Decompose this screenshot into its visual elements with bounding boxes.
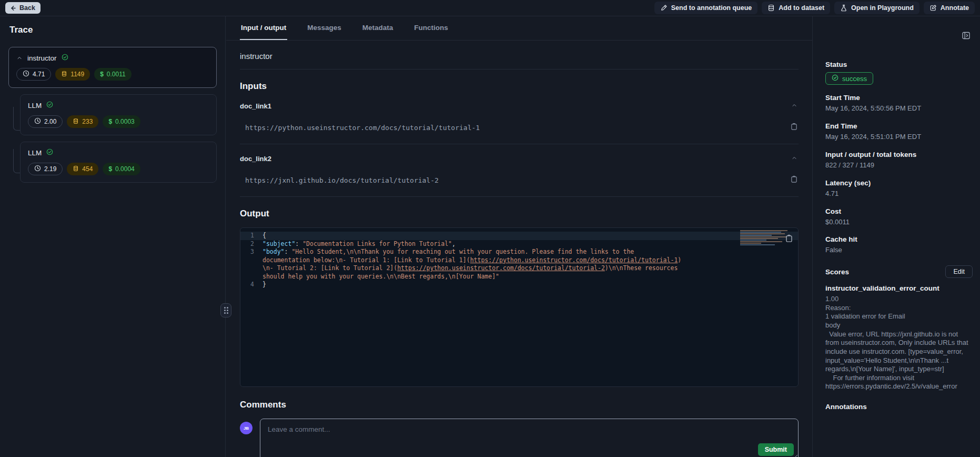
input-label: doc_link2	[240, 155, 271, 163]
input-value: https://jxnl.github.io/docs/tutorial/tut…	[240, 176, 439, 184]
top-bar: Back Send to annotation queueAdd to data…	[0, 0, 980, 16]
back-button[interactable]: Back	[5, 2, 41, 14]
clock-icon	[23, 70, 29, 78]
trace-node-llm-2[interactable]: LLM2.19454$0.0004	[20, 142, 217, 183]
main-panel: Input / outputMessagesMetadataFunctions …	[226, 16, 812, 457]
tab-metadata[interactable]: Metadata	[361, 16, 395, 40]
collapse-input-button[interactable]	[790, 154, 799, 164]
tab-input-output[interactable]: Input / output	[240, 16, 287, 40]
status-field: Status success	[825, 61, 973, 85]
score-reason-line: 1.00	[825, 295, 973, 304]
code-text: "subject": "Documentation Links for Pyth…	[262, 240, 690, 249]
line-number: 4	[240, 281, 262, 289]
details-panel: Status success Start TimeMay 16, 2024, 5…	[812, 16, 980, 457]
status-badge: success	[825, 72, 873, 85]
trace-sidebar: Trace instructor4.711149$0.0011LLM2.0023…	[0, 16, 226, 457]
arrow-left-icon	[9, 5, 16, 12]
comment-box: Submit	[260, 419, 799, 457]
code-text: {	[262, 232, 690, 240]
score-reason-line: For further information visit https://er…	[825, 374, 973, 391]
inputs-list: doc_link1https://python.useinstructor.co…	[240, 92, 799, 197]
tab-messages[interactable]: Messages	[306, 16, 342, 40]
line-number	[240, 256, 262, 265]
line-number	[240, 273, 262, 281]
edit-scores-button[interactable]: Edit	[945, 265, 973, 278]
pen-send-icon	[660, 4, 668, 12]
panel-right-icon	[962, 31, 971, 42]
database-icon	[767, 4, 775, 12]
action-button-annotate[interactable]: Annotate	[924, 2, 975, 14]
user-avatar: JB	[240, 422, 252, 434]
fields-list: Start TimeMay 16, 2024, 5:50:56 PM EDTEn…	[825, 94, 973, 255]
success-check-icon	[62, 54, 68, 62]
trace-node-instructor-0[interactable]: instructor4.711149$0.0011	[8, 47, 217, 88]
textarea-resize-handle[interactable]	[792, 454, 797, 457]
copy-input-button[interactable]	[790, 174, 799, 186]
tokens-badge: 233	[67, 115, 98, 128]
check-circle-icon	[832, 74, 838, 83]
scores-title: Scores	[825, 268, 849, 276]
detail-fields: Status success Start TimeMay 16, 2024, 5…	[825, 61, 973, 255]
output-heading: Output	[240, 208, 799, 219]
edit-icon	[930, 4, 937, 12]
line-number: 2	[240, 240, 262, 249]
main-content: instructor Inputs doc_link1https://pytho…	[226, 41, 812, 457]
collapse-caret-icon[interactable]	[16, 55, 23, 61]
tokens-db-icon	[73, 165, 79, 173]
top-bar-actions: Send to annotation queueAdd to datasetOp…	[654, 2, 975, 14]
code-line: 2"subject": "Documentation Links for Pyt…	[240, 240, 798, 249]
line-number: 1	[240, 232, 262, 240]
input-row-doc_link2: doc_link2https://jxnl.github.io/docs/tut…	[240, 144, 799, 197]
code-text: should help you with your queries.\n\nBe…	[262, 273, 690, 281]
tokens-db-icon	[73, 118, 79, 126]
field-input-output-total-tokens: Input / output / total tokens822 / 327 /…	[825, 151, 973, 170]
code-minimap[interactable]	[740, 230, 791, 252]
clock-icon	[34, 165, 41, 173]
node-name: instructor	[27, 54, 57, 62]
tab-bar: Input / outputMessagesMetadataFunctions	[226, 16, 812, 41]
collapse-input-button[interactable]	[790, 101, 799, 111]
tab-functions[interactable]: Functions	[413, 16, 449, 40]
action-button-add-to-dataset[interactable]: Add to dataset	[762, 2, 830, 14]
action-button-open-in-playground[interactable]: Open in Playground	[834, 2, 920, 14]
code-text: }	[262, 281, 690, 289]
code-line: \n- Tutorial 2: [Link to Tutorial 2](htt…	[240, 264, 798, 273]
comments-section: Comments JB Submit	[240, 400, 799, 457]
comment-input[interactable]	[260, 419, 798, 457]
score-reason-line: 1 validation error for Email	[825, 312, 973, 321]
trace-viewer-window: Back Send to annotation queueAdd to data…	[0, 0, 980, 457]
score-reason-line: body	[825, 321, 973, 330]
trace-node-llm-1[interactable]: LLM2.00233$0.0003	[20, 94, 217, 135]
action-button-send-to-annotation-queue[interactable]: Send to annotation queue	[654, 2, 757, 14]
code-text: \n- Tutorial 2: [Link to Tutorial 2](htt…	[262, 264, 690, 273]
chevron-up-icon	[791, 155, 797, 163]
scores-header: Scores Edit	[825, 265, 973, 278]
submit-comment-button[interactable]: Submit	[758, 443, 794, 456]
score-reason-line: Value error, URL https://jxnl.github.io …	[825, 330, 973, 374]
clipboard-icon	[791, 123, 797, 132]
annotations-heading: Annotations	[825, 403, 973, 411]
code-line: 4}	[240, 281, 798, 289]
trace-tree: instructor4.711149$0.0011LLM2.00233$0.00…	[0, 47, 225, 183]
code-line: documentation below:\n- Tutorial 1: [Lin…	[240, 256, 798, 265]
latency-badge: 4.71	[16, 68, 51, 81]
copy-output-button[interactable]	[784, 233, 794, 245]
tokens-db-icon	[61, 71, 67, 78]
cost-badge: $0.0003	[103, 115, 140, 128]
sidebar-resize-handle[interactable]	[220, 303, 231, 317]
collapse-panel-button[interactable]	[961, 30, 972, 43]
field-cache-hit: Cache hitFalse	[825, 235, 973, 255]
line-number: 3	[240, 248, 262, 256]
cost-badge: $0.0004	[103, 163, 140, 175]
latency-badge: 2.19	[28, 163, 63, 175]
inputs-heading: Inputs	[240, 81, 799, 92]
tokens-badge: 454	[67, 163, 98, 175]
clipboard-icon	[791, 175, 797, 185]
latency-badge: 2.00	[28, 115, 63, 128]
score-reason-line: Reason:	[825, 304, 973, 313]
copy-input-button[interactable]	[790, 122, 799, 133]
dollar-icon: $	[108, 165, 112, 173]
output-code-editor[interactable]: 1{2"subject": "Documentation Links for P…	[240, 227, 799, 387]
code-line: 1{	[240, 232, 798, 240]
clipboard-icon	[785, 234, 793, 244]
